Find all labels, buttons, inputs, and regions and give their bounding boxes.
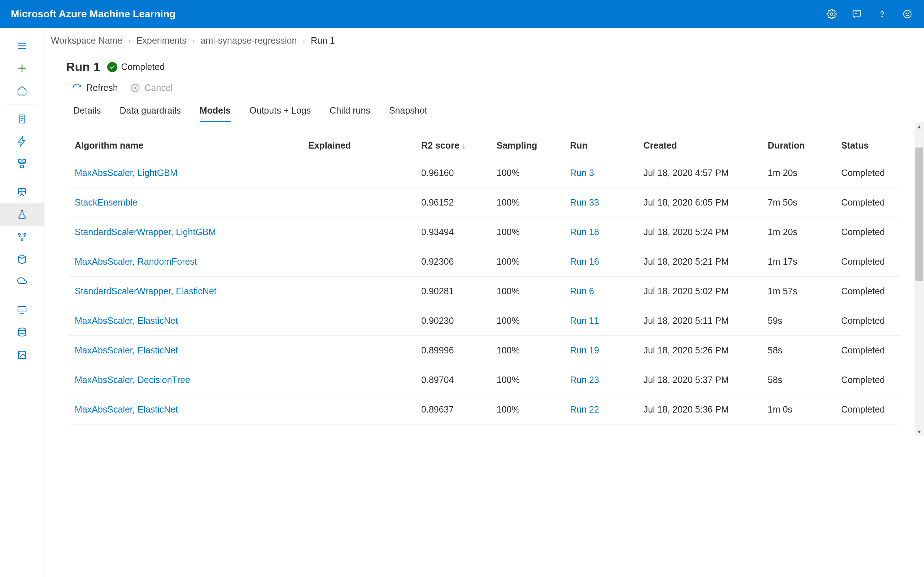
cell-status: Completed: [835, 188, 900, 218]
algorithm-link[interactable]: MaxAbsScaler, ElasticNet: [75, 316, 178, 326]
tab-models[interactable]: Models: [200, 102, 231, 122]
svg-point-0: [830, 13, 833, 16]
sidebar-models[interactable]: [0, 248, 44, 271]
cell-duration: 1m 0s: [762, 395, 835, 424]
tab-details[interactable]: Details: [73, 102, 101, 122]
algorithm-link[interactable]: MaxAbsScaler, RandomForest: [75, 256, 197, 266]
cell-r2: 0.96152: [415, 188, 491, 218]
breadcrumb-experiments[interactable]: Experiments: [136, 35, 187, 46]
table-row: MaxAbsScaler, RandomForest0.92306100%Run…: [69, 247, 900, 277]
cell-status: Completed: [835, 336, 900, 365]
run-link[interactable]: Run 22: [570, 404, 599, 414]
col-sampling[interactable]: Sampling: [491, 133, 564, 158]
svg-rect-8: [23, 160, 26, 163]
cancel-button: Cancel: [130, 82, 173, 93]
tab-data-guardrails[interactable]: Data guardrails: [120, 102, 181, 122]
col-created[interactable]: Created: [638, 133, 762, 158]
run-link[interactable]: Run 19: [570, 345, 599, 355]
run-link[interactable]: Run 18: [570, 227, 599, 237]
main-content: Workspace Name › Experiments › aml-synap…: [44, 28, 924, 577]
run-status-label: Completed: [121, 62, 165, 72]
scroll-up-icon[interactable]: ▲: [914, 122, 924, 131]
col-status[interactable]: Status: [835, 133, 900, 158]
chevron-right-icon: ›: [128, 36, 131, 45]
run-link[interactable]: Run 16: [570, 256, 599, 266]
svg-point-12: [24, 233, 26, 235]
sidebar-compute[interactable]: [0, 299, 44, 321]
cell-status: Completed: [835, 365, 900, 395]
cell-r2: 0.89637: [415, 395, 491, 424]
sidebar-hamburger[interactable]: [0, 35, 44, 57]
algorithm-link[interactable]: MaxAbsScaler, LightGBM: [75, 168, 178, 178]
breadcrumb: Workspace Name › Experiments › aml-synap…: [44, 28, 924, 51]
run-link[interactable]: Run 6: [570, 286, 594, 296]
sidebar-experiments[interactable]: [0, 203, 44, 226]
breadcrumb-workspace[interactable]: Workspace Name: [51, 35, 122, 46]
run-link[interactable]: Run 33: [570, 197, 599, 207]
settings-icon[interactable]: [826, 8, 837, 20]
run-header: Run 1 Completed: [44, 51, 924, 77]
algorithm-link[interactable]: MaxAbsScaler, ElasticNet: [75, 345, 178, 355]
scrollbar[interactable]: ▲ ▼: [914, 122, 924, 436]
algorithm-link[interactable]: StandardScalerWrapper, LightGBM: [75, 227, 216, 237]
col-duration[interactable]: Duration: [762, 133, 835, 158]
cell-status: Completed: [835, 158, 900, 188]
sidebar-labeling[interactable]: [0, 344, 44, 366]
svg-point-2: [882, 16, 882, 17]
sidebar-designer[interactable]: [0, 153, 44, 175]
refresh-button[interactable]: Refresh: [72, 82, 118, 93]
cell-explained: [302, 365, 415, 395]
algorithm-link[interactable]: MaxAbsScaler, DecisionTree: [75, 375, 190, 385]
algorithm-link[interactable]: MaxAbsScaler, ElasticNet: [75, 404, 178, 414]
cell-sampling: 100%: [491, 158, 564, 188]
sidebar-datasets[interactable]: [0, 181, 44, 203]
breadcrumb-current: Run 1: [311, 35, 335, 46]
run-link[interactable]: Run 11: [570, 316, 599, 326]
scroll-down-icon[interactable]: ▼: [914, 427, 924, 436]
cell-duration: 59s: [762, 306, 835, 336]
sidebar-new[interactable]: [0, 57, 44, 79]
feedback-icon[interactable]: [851, 8, 863, 20]
tab-child-runs[interactable]: Child runs: [330, 102, 370, 122]
cell-explained: [302, 336, 415, 365]
sidebar-pipelines[interactable]: [0, 226, 44, 248]
cancel-label: Cancel: [145, 82, 173, 93]
tab-snapshot[interactable]: Snapshot: [389, 102, 427, 122]
cell-created: Jul 18, 2020 4:57 PM: [638, 158, 762, 188]
cell-sampling: 100%: [491, 247, 564, 277]
sidebar-datastores[interactable]: [0, 321, 44, 344]
col-run[interactable]: Run: [564, 133, 637, 158]
algorithm-link[interactable]: StackEnsemble: [75, 197, 137, 207]
cell-duration: 1m 20s: [762, 158, 835, 188]
cell-sampling: 100%: [491, 336, 564, 365]
cell-sampling: 100%: [491, 188, 564, 218]
col-r2[interactable]: R2 score↓: [415, 133, 491, 158]
algorithm-link[interactable]: StandardScalerWrapper, ElasticNet: [75, 286, 216, 296]
cell-sampling: 100%: [491, 218, 564, 247]
sidebar-notebooks[interactable]: [0, 108, 44, 130]
smile-icon[interactable]: [901, 8, 913, 20]
refresh-label: Refresh: [86, 82, 118, 93]
run-link[interactable]: Run 23: [570, 375, 599, 385]
sidebar-endpoints[interactable]: [0, 271, 44, 293]
run-link[interactable]: Run 3: [570, 168, 594, 178]
cell-created: Jul 18, 2020 5:37 PM: [638, 365, 762, 395]
col-explained[interactable]: Explained: [302, 133, 415, 158]
app-title: Microsoft Azure Machine Learning: [11, 8, 175, 20]
tab-outputs-logs[interactable]: Outputs + Logs: [249, 102, 311, 122]
sidebar-automl[interactable]: [0, 130, 44, 153]
cell-explained: [302, 306, 415, 336]
cell-sampling: 100%: [491, 395, 564, 424]
sidebar-divider: [6, 296, 37, 296]
cell-status: Completed: [835, 306, 900, 336]
svg-rect-14: [18, 306, 26, 312]
tabs: Details Data guardrails Models Outputs +…: [44, 102, 924, 122]
breadcrumb-experiment-name[interactable]: aml-synapse-regression: [201, 35, 297, 46]
sidebar-divider: [6, 178, 37, 178]
help-icon[interactable]: [876, 8, 888, 20]
col-algorithm[interactable]: Algorithm name: [69, 133, 302, 158]
svg-point-13: [21, 239, 23, 240]
cell-duration: 1m 17s: [762, 247, 835, 277]
sidebar-home[interactable]: [0, 79, 44, 102]
scroll-thumb[interactable]: [915, 148, 923, 281]
